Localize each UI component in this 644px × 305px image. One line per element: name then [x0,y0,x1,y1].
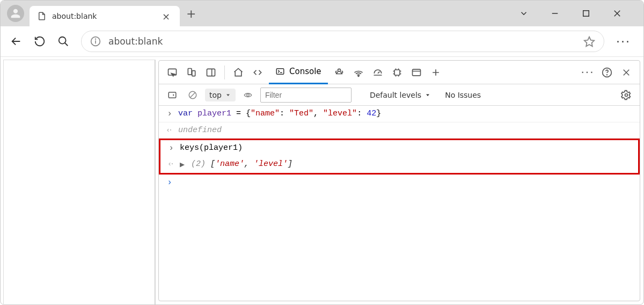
clear-console-icon[interactable] [185,87,201,103]
favorite-button[interactable] [583,35,595,47]
dock-side-icon[interactable] [203,64,219,81]
log-levels-dropdown[interactable]: Default levels [370,91,431,99]
elements-tab-icon[interactable] [250,64,266,81]
window-controls [519,9,639,18]
search-button[interactable] [57,35,72,47]
svg-rect-14 [207,69,215,76]
svg-point-36 [607,74,608,75]
svg-line-20 [378,71,379,73]
sources-tab-icon[interactable] [331,64,347,81]
svg-rect-22 [394,70,400,75]
issues-label[interactable]: No Issues [445,91,481,99]
device-toggle-icon[interactable] [184,64,200,81]
person-icon [10,8,21,19]
memory-tab-icon[interactable] [389,64,405,81]
svg-point-45 [625,93,628,96]
maximize-button[interactable] [581,9,601,18]
console-icon [275,67,285,76]
browser-tabstrip: about:blank × + [1,1,643,26]
separator [224,66,225,79]
welcome-tab-icon[interactable] [230,64,246,81]
code-line: var player1 = {"name": "Ted", "level": 4… [178,109,381,118]
svg-line-41 [191,92,195,97]
console-output-line: undefined [159,122,640,139]
svg-line-6 [65,43,68,46]
site-info-icon[interactable] [90,36,101,47]
svg-point-19 [358,75,359,76]
svg-rect-12 [188,68,192,75]
svg-point-43 [247,93,250,96]
svg-rect-31 [412,69,420,76]
input-prompt-icon [165,109,174,119]
star-icon [583,35,595,47]
svg-marker-10 [584,37,594,46]
input-prompt-icon [167,143,175,153]
devtools-panel: Console ··· [158,60,640,301]
content-area: Console ··· [1,56,643,304]
svg-point-5 [59,37,66,44]
profile-avatar[interactable] [7,5,24,22]
devtools-menu-button[interactable]: ··· [580,64,596,81]
close-devtools-button[interactable] [618,64,634,81]
context-selector[interactable]: top [205,89,236,101]
console-tab[interactable]: Console [269,61,328,84]
undefined-result: undefined [178,126,222,135]
url-text: about:blank [108,36,163,47]
browser-tab[interactable]: about:blank × [30,6,180,26]
svg-point-18 [338,69,340,71]
svg-marker-42 [226,94,230,96]
console-output: var player1 = {"name": "Ted", "level": 4… [159,106,640,301]
help-button[interactable] [599,64,615,81]
expand-triangle-icon[interactable]: ▶ [180,159,185,170]
svg-point-9 [96,39,96,39]
browser-toolbar: about:blank ··· [1,26,643,56]
console-output-line[interactable]: ▶ (2) ['name', 'level'] [160,156,638,173]
page-viewport [4,60,155,305]
code-line: keys(player1) [180,143,243,152]
levels-label: Default levels [370,91,421,99]
prompt-icon [165,178,174,187]
performance-tab-icon[interactable] [370,64,386,81]
more-tabs-button[interactable] [428,64,444,81]
minimize-button[interactable] [550,9,569,18]
inspect-element-icon[interactable] [164,64,180,81]
filter-input[interactable] [260,88,352,103]
console-toolbar: top Default levels No Issues [159,84,640,106]
svg-rect-13 [192,70,195,76]
new-tab-button[interactable]: + [180,7,202,20]
console-prompt[interactable] [159,175,640,191]
console-input-line: keys(player1) [160,140,638,156]
live-expression-icon[interactable] [240,87,256,103]
browser-menu-button[interactable]: ··· [613,35,634,48]
console-tab-label: Console [289,67,321,76]
svg-rect-39 [169,92,176,98]
output-icon [167,159,175,169]
network-tab-icon[interactable] [350,64,367,81]
chevron-down-icon [225,92,231,98]
svg-rect-16 [276,69,284,75]
back-button[interactable] [10,35,25,47]
highlighted-region: keys(player1) ▶ (2) ['name', 'level'] [159,139,640,175]
chevron-down-icon[interactable] [519,9,538,18]
context-label: top [209,91,222,99]
console-input-line: var player1 = {"name": "Ted", "level": 4… [159,106,640,122]
address-bar[interactable]: about:blank [81,31,604,52]
application-tab-icon[interactable] [408,64,425,81]
console-settings-icon[interactable] [618,87,634,103]
close-window-button[interactable] [612,9,632,18]
svg-marker-44 [426,94,429,96]
close-tab-button[interactable]: × [158,11,174,22]
toggle-sidebar-icon[interactable] [164,87,180,103]
tab-title: about:blank [52,12,97,20]
output-icon [165,126,174,135]
array-result: (2) ['name', 'level'] [191,159,292,169]
svg-rect-1 [583,11,589,17]
chevron-down-icon [425,92,431,98]
page-icon [37,11,47,21]
devtools-tabbar: Console ··· [159,61,640,84]
refresh-button[interactable] [34,35,49,47]
